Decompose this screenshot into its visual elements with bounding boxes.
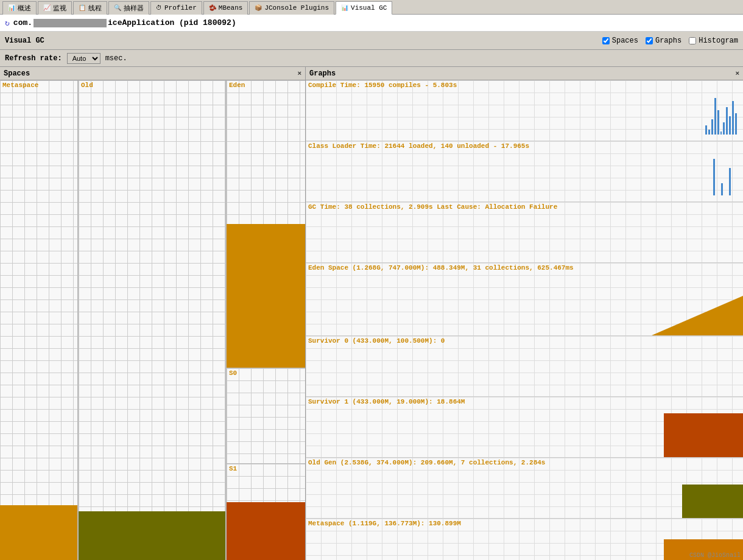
graphs-close-button[interactable]: × xyxy=(735,70,739,77)
spike-2 xyxy=(708,130,710,135)
class-loader-graph: Class Loader Time: 21644 loaded, 140 unl… xyxy=(306,141,743,202)
svg-marker-0 xyxy=(652,296,743,335)
oldgen-label: Old Gen (2.538G, 374.000M): 209.660M, 7 … xyxy=(308,459,545,466)
oldgen-graph: Old Gen (2.538G, 374.000M): 209.660M, 7 … xyxy=(306,458,743,519)
visualgc-icon: 📊 xyxy=(341,4,348,12)
threads-icon: 📋 xyxy=(79,4,86,12)
s0-area: S0 xyxy=(227,368,305,464)
tab-overview[interactable]: 📊 概述 xyxy=(2,1,37,15)
eden-space-label: Eden Space (1.268G, 747.000M): 488.349M,… xyxy=(308,264,574,271)
s1-label: S1 xyxy=(227,464,239,474)
spike-11 xyxy=(735,113,737,135)
graphs-panel-title: Graphs xyxy=(309,69,336,78)
profiler-icon: ⏱ xyxy=(156,4,162,12)
old-label: Old xyxy=(79,80,96,90)
app-name: com. xyxy=(13,18,32,27)
spike-3 xyxy=(711,119,713,135)
visual-gc-checkboxes: Spaces Graphs Histogram xyxy=(602,37,738,45)
refresh-rate-label: Refresh rate: xyxy=(5,54,62,63)
main-content: Spaces × Metaspace Old Eden xyxy=(0,67,743,560)
spike-1 xyxy=(705,125,707,135)
spike-8 xyxy=(726,107,728,135)
survivor0-label: Survivor 0 (433.000M, 100.500M): 0 xyxy=(308,337,445,345)
spike-7 xyxy=(723,122,725,135)
tab-mbeans[interactable]: 🫘 MBeans xyxy=(203,1,248,15)
tab-visualgc[interactable]: 📊 Visual GC xyxy=(336,1,392,15)
histogram-label: Histogram xyxy=(699,37,738,45)
compile-time-label: Compile Time: 15950 compiles - 5.803s xyxy=(308,82,457,89)
s1-area: S1 xyxy=(227,464,305,560)
visual-gc-title: Visual GC xyxy=(5,37,44,45)
mbeans-icon: 🫘 xyxy=(209,4,216,12)
spaces-close-button[interactable]: × xyxy=(297,70,301,77)
gc-time-graph: GC Time: 38 collections, 2.909s Last Cau… xyxy=(306,202,743,263)
title-bar: ↻ com. iceApplication (pid 180092) xyxy=(0,15,743,32)
cl-spike-1 xyxy=(713,159,715,195)
metaspace-graph-label: Metaspace (1.119G, 136.773M): 130.899M xyxy=(308,520,461,527)
compile-spikes xyxy=(705,95,737,135)
tab-threads[interactable]: 📋 线程 xyxy=(73,1,107,15)
spike-9 xyxy=(729,116,731,135)
spike-4 xyxy=(714,98,716,135)
spike-6 xyxy=(720,131,722,135)
tab-sampler[interactable]: 🔍 抽样器 xyxy=(108,1,149,15)
classloader-spikes xyxy=(713,156,731,195)
spaces-checkbox-container[interactable]: Spaces xyxy=(602,37,638,45)
metaspace-column: Metaspace xyxy=(0,80,78,560)
metaspace-fill xyxy=(0,505,77,560)
histogram-checkbox-container[interactable]: Histogram xyxy=(689,37,738,45)
tab-profiler[interactable]: ⏱ Profiler xyxy=(150,1,202,15)
graphs-label: Graphs xyxy=(655,37,681,45)
refresh-unit: msec. xyxy=(105,54,127,63)
cl-spike-3 xyxy=(729,168,731,195)
spaces-panel-title: Spaces xyxy=(4,69,30,78)
app-suffix: iceApplication (pid 180092) xyxy=(108,18,236,27)
visual-gc-bar: Visual GC Spaces Graphs Histogram xyxy=(0,32,743,50)
compile-time-graph: Compile Time: 15950 compiles - 5.803s xyxy=(306,80,743,141)
refresh-rate-select[interactable]: Auto 100 200 500 1000 2000 5000 xyxy=(67,53,100,64)
old-fill xyxy=(79,511,225,560)
graphs-checkbox[interactable] xyxy=(646,37,653,44)
old-column: Old xyxy=(78,80,226,560)
tab-jconsole[interactable]: 📦 JConsole Plugins xyxy=(249,1,334,15)
eden-graph-fill xyxy=(652,290,743,335)
cl-spike-2 xyxy=(721,183,723,195)
refresh-bar: Refresh rate: Auto 100 200 500 1000 2000… xyxy=(0,50,743,67)
spike-10 xyxy=(732,101,734,135)
survivor1-label: Survivor 1 (433.000M, 19.000M): 18.864M xyxy=(308,398,465,405)
spaces-checkbox[interactable] xyxy=(602,37,610,44)
spike-5 xyxy=(717,110,719,135)
graphs-checkbox-container[interactable]: Graphs xyxy=(646,37,681,45)
eden-fill xyxy=(227,224,305,368)
oldgen-fill xyxy=(682,485,743,518)
tab-monitor[interactable]: 📈 监视 xyxy=(38,1,72,15)
s1-fill xyxy=(227,502,305,560)
app-name-redacted xyxy=(33,19,107,27)
survivor0-graph: Survivor 0 (433.000M, 100.500M): 0 xyxy=(306,336,743,397)
watermark: CSDN @JioSnail xyxy=(689,552,741,559)
graphs-content: Compile Time: 15950 compiles - 5.803s xyxy=(306,80,743,560)
eden-label: Eden xyxy=(227,80,247,90)
eden-s0-s1-column: Eden S0 S1 xyxy=(226,80,305,560)
refresh-icon: ↻ xyxy=(5,18,10,28)
graphs-panel-header: Graphs × xyxy=(306,67,743,80)
spaces-panel-header: Spaces × xyxy=(0,67,305,80)
survivor1-graph: Survivor 1 (433.000M, 19.000M): 18.864M xyxy=(306,397,743,458)
histogram-checkbox[interactable] xyxy=(689,37,696,44)
spaces-grid: Metaspace Old Eden S0 xyxy=(0,80,305,560)
eden-space-graph: Eden Space (1.268G, 747.000M): 488.349M,… xyxy=(306,263,743,336)
tab-bar: 📊 概述 📈 监视 📋 线程 🔍 抽样器 ⏱ Profiler 🫘 MBeans… xyxy=(0,0,743,15)
class-loader-label: Class Loader Time: 21644 loaded, 140 unl… xyxy=(308,142,529,150)
overview-icon: 📊 xyxy=(8,4,15,12)
metaspace-graph: Metaspace (1.119G, 136.773M): 130.899M xyxy=(306,519,743,560)
s0-label: S0 xyxy=(227,368,239,378)
survivor1-fill xyxy=(664,413,743,457)
sampler-icon: 🔍 xyxy=(114,4,121,12)
gc-time-label: GC Time: 38 collections, 2.909s Last Cau… xyxy=(308,203,557,211)
spaces-label: Spaces xyxy=(612,37,638,45)
graphs-panel: Graphs × Compile Time: 15950 compiles - … xyxy=(306,67,743,560)
jconsole-icon: 📦 xyxy=(255,4,262,12)
spaces-panel: Spaces × Metaspace Old Eden xyxy=(0,67,306,560)
metaspace-label: Metaspace xyxy=(0,80,41,90)
monitor-icon: 📈 xyxy=(43,4,51,12)
